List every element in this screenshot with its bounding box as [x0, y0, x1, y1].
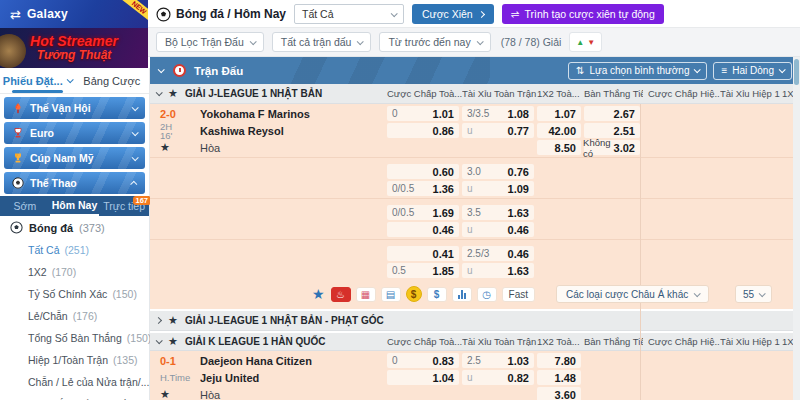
league-header-jleague-corners[interactable]: ★ GIẢI J-LEAGUE 1 NHẬT BẢN - PHẠT GÓC: [150, 309, 800, 331]
away-team[interactable]: Kashiwa Reysol: [200, 125, 387, 137]
favorite-star-icon[interactable]: ★: [168, 314, 178, 327]
odds-under[interactable]: u 0.77: [462, 123, 534, 138]
odds-handicap-away[interactable]: 0.86: [387, 123, 459, 138]
schedule-subtabs: Sớm Hôm Nay Trực tiếp 167: [0, 196, 149, 216]
odds-next-goal-home[interactable]: 2.67: [584, 106, 640, 121]
section-title: Trận Đấu: [194, 65, 243, 77]
home-team[interactable]: Daejeon Hana Citizen: [200, 355, 387, 367]
bet-grid-icon[interactable]: ▦: [356, 287, 376, 302]
odds-under[interactable]: u 1.09: [462, 181, 534, 196]
more-asian-bets-dropdown[interactable]: Các loại cược Châu Á khác: [556, 285, 709, 303]
accordion-olympics[interactable]: Thế Vận Hội: [4, 97, 145, 119]
odds-over[interactable]: 3.0 0.76: [462, 164, 534, 179]
odds-handicap-away[interactable]: 1.04: [387, 370, 459, 385]
sidebar-sport-football[interactable]: Bóng đá (373): [0, 216, 149, 239]
market-count-dropdown[interactable]: 55: [735, 285, 772, 303]
market-filter-select[interactable]: Tất Cả: [294, 4, 404, 24]
away-team[interactable]: Jeju United: [200, 372, 387, 384]
expand-chevron-icon[interactable]: [155, 317, 162, 324]
home-team[interactable]: Yokohama F Marinos: [200, 108, 387, 120]
history-clock-icon[interactable]: ◷: [477, 287, 497, 302]
collapse-chevron-icon[interactable]: [158, 66, 165, 73]
fast-market-badge[interactable]: Fast: [502, 287, 535, 302]
chevron-up-icon: [130, 180, 137, 187]
sidebar-item-half-odd-even[interactable]: Chẵn / Lẻ của Nửa trận/... (129): [0, 371, 149, 393]
favorite-star-icon[interactable]: ★: [312, 286, 325, 302]
odds-over[interactable]: 3.5 1.63: [462, 205, 534, 220]
odds-handicap[interactable]: 0.41: [387, 246, 459, 261]
odds-1x2-away[interactable]: 1.48: [537, 370, 581, 385]
odds-1x2-home[interactable]: 1.07: [537, 106, 581, 121]
odds-1x2-away[interactable]: 42.00: [537, 123, 581, 138]
accordion-euro[interactable]: Euro: [4, 122, 145, 144]
dollar-icon[interactable]: $: [427, 287, 447, 302]
odds-under[interactable]: u 0.46: [462, 222, 534, 237]
col-1x2-ft: 1X2 Toà...: [537, 336, 584, 347]
accordion-sports[interactable]: Thể Thao: [4, 172, 145, 194]
odds-under[interactable]: u 1.63: [462, 263, 534, 278]
accordion-copa-america[interactable]: Cúp Nam Mỹ: [4, 147, 145, 169]
favorite-star-icon[interactable]: ★: [168, 87, 178, 100]
display-mode-dropdown[interactable]: ⇅ Lựa chọn bình thường: [568, 62, 707, 80]
odds-handicap[interactable]: 0.60: [387, 164, 459, 179]
odds-over[interactable]: 2.5 1.03: [462, 353, 534, 368]
odds-handicap[interactable]: 0.5 1.85: [387, 263, 459, 278]
auto-parlay-button[interactable]: ⇌ Trình tạo cược xiên tự động: [502, 4, 664, 24]
odds-1x2-home[interactable]: 7.80: [537, 353, 581, 368]
subtab-today[interactable]: Hôm Nay: [50, 196, 100, 216]
sidebar-item-1x2[interactable]: 1X2 (170): [0, 261, 149, 283]
line-mode-dropdown[interactable]: ≡ Hai Dòng: [713, 62, 792, 80]
parlay-button[interactable]: Cược Xiên: [412, 4, 494, 24]
odds-1x2-draw[interactable]: 3.60: [537, 387, 581, 400]
scrollbar-thumb[interactable]: [794, 59, 799, 85]
odds-handicap-home[interactable]: 0 0.83: [387, 353, 459, 368]
favorite-star-icon[interactable]: ★: [160, 141, 170, 154]
promo-banner[interactable]: Hot Streamer Tưởng Thuật: [0, 28, 148, 68]
favorite-star-icon[interactable]: ★: [168, 335, 178, 348]
odds-under[interactable]: u 0.82: [462, 370, 534, 385]
new-badge: NEW: [122, 0, 148, 22]
sidebar-item-odd-even[interactable]: Lẻ/Chẵn (176): [0, 305, 149, 327]
odds-1x2-draw[interactable]: 8.50: [537, 140, 581, 155]
promo-line-1: Hot Streamer: [30, 34, 118, 49]
sidebar: Phiếu Đặt... Bảng Cược Thế Vận Hội Euro …: [0, 68, 150, 400]
odds-over[interactable]: 2.5/3 0.46: [462, 246, 534, 261]
favorite-star-icon[interactable]: ★: [160, 388, 170, 400]
all-matches-dropdown[interactable]: Tất cả trận đấu: [272, 32, 372, 52]
subtab-early[interactable]: Sớm: [0, 196, 50, 216]
live-score: 2-0: [160, 108, 176, 120]
tab-bet-slip[interactable]: Phiếu Đặt...: [0, 68, 75, 93]
chevron-down-icon: [759, 290, 766, 297]
league-header-jleague[interactable]: ★ GIẢI J-LEAGUE 1 NHẬT BẢN Cược Chấp Toà…: [150, 84, 800, 104]
col-1x2-ft: 1X2 Toà...: [537, 88, 584, 99]
site-logo[interactable]: ⇄ Galaxy NEW: [0, 0, 148, 28]
sort-toggle[interactable]: ▲ ▼: [569, 32, 602, 52]
collapse-chevron-icon[interactable]: [156, 337, 163, 344]
vertical-scrollbar[interactable]: [793, 57, 800, 400]
collapse-chevron-icon[interactable]: [156, 89, 163, 96]
sidebar-item-correct-score[interactable]: Tỷ Số Chính Xác (150): [0, 283, 149, 305]
odds-over[interactable]: 3/3.5 1.08: [462, 106, 534, 121]
chevron-down-icon: [249, 38, 256, 45]
league-header-kleague[interactable]: ★ GIẢI K LEAGUE 1 HÀN QUỐC Cược Chấp Toà…: [150, 331, 800, 351]
odds-handicap[interactable]: 0.46: [387, 222, 459, 237]
coin-icon[interactable]: $: [406, 286, 422, 302]
stats-icon[interactable]: [452, 287, 472, 302]
subtab-live[interactable]: Trực tiếp 167: [99, 196, 149, 216]
bet-slip-icon[interactable]: ▤: [381, 287, 401, 302]
match-period: 2H16': [160, 122, 172, 140]
odds-handicap[interactable]: 0/0.5 1.36: [387, 181, 459, 196]
odds-handicap-home[interactable]: 0 1.01: [387, 106, 459, 121]
extra-odds-group: 0.60 3.0 0.76 0/0.5 1.36 u 1.09: [150, 162, 800, 197]
odds-no-next-goal[interactable]: Không có 3.02: [584, 140, 640, 155]
odds-handicap[interactable]: 0/0.5 1.69: [387, 205, 459, 220]
sidebar-item-ht-ft[interactable]: Hiệp 1/Toàn Trận (135): [0, 349, 149, 371]
tab-bet-board[interactable]: Bảng Cược: [75, 68, 150, 93]
sidebar-item-total-goals[interactable]: Tổng Số Bàn Thắng (150): [0, 327, 149, 349]
sidebar-item-first-last-goal[interactable]: Bàn thắng Đầu / Cuối (96): [0, 393, 149, 400]
time-range-dropdown[interactable]: Từ trước đến nay: [379, 32, 490, 52]
match-filter-button[interactable]: Bộ Lọc Trận Đấu: [156, 32, 264, 52]
hot-bets-icon[interactable]: ♨: [331, 287, 351, 302]
sidebar-item-all[interactable]: Tất Cả (251): [0, 239, 149, 261]
draw-label: Hòa: [200, 389, 387, 400]
